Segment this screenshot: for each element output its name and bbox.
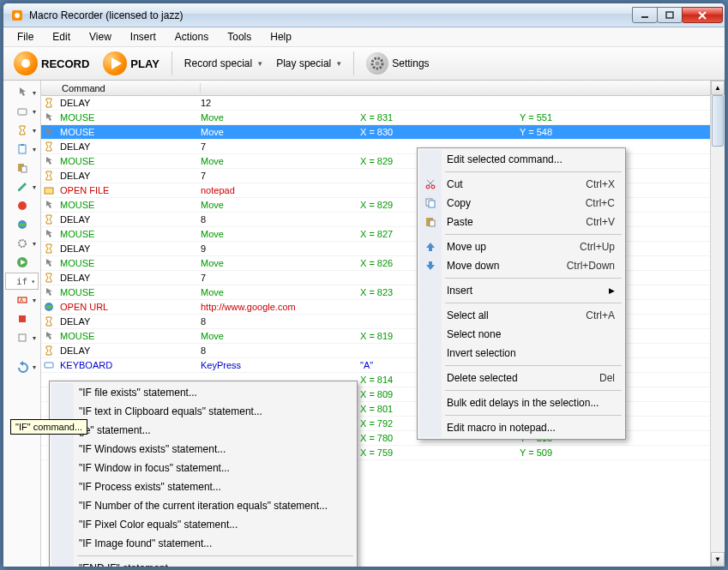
sidebar-pencil[interactable] [5, 178, 39, 195]
context-menu-item[interactable]: CopyCtrl+C [419, 194, 623, 213]
row-param2: X = 759 [360, 447, 520, 458]
row-param1: 8 [201, 214, 360, 225]
row-param1: Move [201, 156, 360, 166]
context-menu-item[interactable]: Select none [419, 325, 623, 344]
svg-rect-27 [45, 363, 53, 368]
record-special-dropdown[interactable]: Record special [179, 54, 268, 73]
sidebar-if[interactable]: if [5, 273, 39, 290]
context-menu-item[interactable]: Invert selection [419, 344, 623, 363]
if-menu-item[interactable]: "IF Windows exists" statement... [51, 440, 355, 459]
row-command: KEYBOARD [57, 360, 201, 370]
table-row[interactable]: MOUSEMoveX = 831Y = 551 [41, 111, 725, 125]
row-command: MOUSE [57, 258, 201, 268]
menu-file[interactable]: File [9, 29, 42, 45]
if-menu-item[interactable]: "IF Pixel Color equals" statement... [51, 515, 355, 534]
row-icon [41, 200, 57, 210]
table-row[interactable]: DELAY12 [41, 96, 725, 111]
sidebar-play2[interactable] [5, 254, 39, 271]
sidebar-keyboard[interactable] [5, 103, 39, 120]
svg-marker-38 [426, 261, 435, 270]
menu-view[interactable]: View [81, 29, 120, 45]
row-icon [41, 287, 57, 297]
if-menu-item[interactable]: "IF Window in focus" statement... [51, 459, 355, 477]
vertical-scrollbar[interactable]: ▲ ▼ [710, 81, 725, 567]
row-param1: 9 [201, 243, 360, 254]
scroll-down-button[interactable]: ▼ [711, 552, 725, 567]
sidebar-gear2[interactable] [5, 235, 39, 252]
row-icon [41, 141, 57, 152]
context-menu-item[interactable]: Move upCtrl+Up [419, 237, 623, 256]
sidebar-clipboard[interactable] [5, 141, 39, 158]
menu-tools[interactable]: Tools [219, 29, 260, 45]
sidebar-record[interactable] [5, 197, 39, 214]
row-param1: Move [201, 112, 360, 123]
if-menu-separator [77, 555, 353, 556]
if-menu-item[interactable]: "IF Image found" statement... [51, 534, 355, 553]
row-command: DELAY [57, 243, 201, 254]
settings-label: Settings [392, 57, 429, 69]
down-icon [423, 258, 438, 273]
sidebar-mouse[interactable] [5, 84, 39, 101]
if-menu-item[interactable]: ge" statement... [51, 421, 355, 440]
context-menu-label: Delete selected [447, 372, 518, 384]
context-menu-item[interactable]: CutCtrl+X [419, 175, 623, 194]
context-menu-item[interactable]: Insert▶ [419, 281, 623, 300]
context-menu-label: Edit selected command... [447, 153, 563, 165]
sidebar-delay[interactable] [5, 122, 39, 139]
if-menu-label: "IF Pixel Color equals" statement... [79, 519, 238, 531]
context-menu-label: Invert selection [447, 347, 516, 359]
row-command: MOUSE [57, 287, 201, 297]
sidebar-box[interactable] [5, 329, 39, 346]
sidebar-stop[interactable] [5, 310, 39, 327]
row-command: DELAY [57, 345, 201, 356]
if-menu-item[interactable]: "IF Process exists" statement... [51, 477, 355, 496]
close-button[interactable] [682, 7, 723, 23]
minimize-button[interactable] [632, 7, 658, 23]
sidebar-label[interactable]: A [5, 291, 39, 309]
if-menu-item[interactable]: "IF text in Clipboard equals" statement.… [51, 402, 355, 421]
sidebar-paste[interactable] [5, 159, 39, 177]
play-button[interactable]: PLAY [98, 50, 164, 77]
maximize-button[interactable] [657, 7, 683, 23]
svg-rect-11 [19, 145, 26, 153]
menu-actions[interactable]: Actions [166, 29, 217, 45]
row-command: MOUSE [57, 156, 201, 166]
context-menu-item[interactable]: Move downCtrl+Down [419, 256, 623, 275]
menu-help[interactable]: Help [262, 29, 300, 45]
context-menu-item[interactable]: Select allCtrl+A [419, 306, 623, 325]
sidebar-undo[interactable] [5, 358, 39, 375]
play-special-dropdown[interactable]: Play special [271, 54, 346, 73]
if-menu-item[interactable]: "IF Number of the current iteration equa… [51, 496, 355, 515]
column-command[interactable]: Command [57, 83, 201, 93]
context-menu-shortcut: Ctrl+Down [541, 260, 615, 272]
row-icon [41, 345, 57, 356]
context-menu-shortcut: Ctrl+C [560, 197, 615, 209]
row-icon [41, 360, 57, 370]
scroll-up-button[interactable]: ▲ [711, 81, 725, 95]
if-menu-item[interactable]: "END IF" statement... [51, 559, 355, 567]
context-menu-item[interactable]: Edit macro in notepad... [419, 418, 623, 437]
settings-button[interactable]: Settings [361, 51, 434, 76]
paste-icon [423, 214, 438, 230]
row-icon [41, 243, 57, 254]
table-row[interactable]: MOUSEMoveX = 830Y = 548 [41, 125, 725, 140]
context-menu-item[interactable]: PasteCtrl+V [419, 213, 623, 231]
row-param1: 12 [201, 98, 360, 108]
context-menu-label: Bulk edit delays in the selection... [447, 397, 599, 409]
scroll-thumb[interactable] [712, 95, 724, 147]
row-param1: 7 [201, 171, 360, 181]
sidebar-globe[interactable] [5, 216, 39, 233]
context-menu-item[interactable]: Delete selectedDel [419, 369, 623, 387]
menu-edit[interactable]: Edit [44, 29, 79, 45]
context-menu-label: Copy [447, 197, 471, 209]
context-menu-item[interactable]: Edit selected command... [419, 150, 623, 169]
row-param1: Move [201, 287, 360, 297]
context-menu-separator [445, 303, 622, 303]
record-button[interactable]: RECORD [9, 50, 94, 77]
if-menu-item[interactable]: "IF file exists" statement... [51, 383, 355, 402]
app-window: Macro Recorder (licensed to jazz) File E… [3, 3, 725, 567]
row-param1: 7 [201, 141, 360, 152]
menu-insert[interactable]: Insert [122, 29, 165, 45]
row-command: MOUSE [57, 331, 201, 341]
context-menu-item[interactable]: Bulk edit delays in the selection... [419, 393, 623, 412]
